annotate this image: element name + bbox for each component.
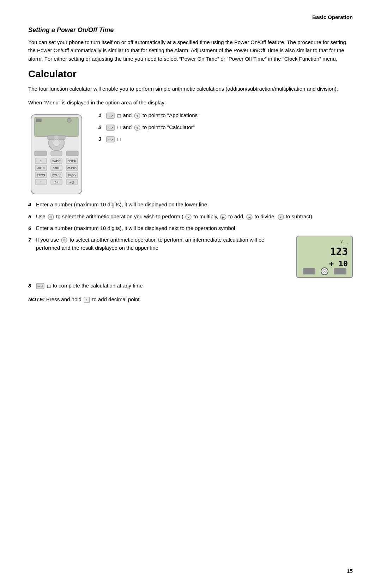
svg-text:▼: ▼ <box>136 115 139 118</box>
circle-left-icon: ◀ <box>246 214 253 220</box>
note-label: NOTE: <box>28 296 45 302</box>
step-1-content: ⁓↗ □ and ▼ to point to "Applications" <box>106 111 353 120</box>
calc-right-softkey <box>334 268 346 274</box>
phone-image: 1 2ABC 3DEF 4GHI 5JKL 6MNO 7PRS 8TUV 9WX… <box>28 113 90 197</box>
svg-point-46 <box>50 216 52 218</box>
navi-circle-icon <box>48 214 54 220</box>
phone-svg: 1 2ABC 3DEF 4GHI 5JKL 6MNO 7PRS 8TUV 9WX… <box>28 113 85 196</box>
calc-center-icon: ✕ <box>322 269 327 273</box>
step-2-content: ⁓↗ □ and ▼ to point to "Calculator" <box>106 123 353 132</box>
step-6-content: Enter a number (maximum 10 digits), it w… <box>36 224 353 232</box>
signal-icon: Y..... <box>301 239 348 245</box>
svg-text:⁓↗: ⁓↗ <box>108 114 114 118</box>
svg-point-5 <box>53 139 60 146</box>
svg-text:6MNO: 6MNO <box>67 166 77 170</box>
step-7-text: If you use to select another arithmetic … <box>36 236 289 252</box>
svg-text:#@: #@ <box>69 181 74 184</box>
circle-down-icon: ▼ <box>278 214 284 220</box>
circle-up-icon: ▲ <box>185 214 192 220</box>
svg-text:0+: 0+ <box>55 181 58 184</box>
nav-icon-1a: ⁓↗ <box>106 113 115 119</box>
svg-text:⁓↗: ⁓↗ <box>37 285 43 288</box>
power-section: Setting a Power On/Off Time You can set … <box>28 26 353 63</box>
steps-4-8: 4 Enter a number (maximum 10 digits), it… <box>28 200 353 290</box>
step-8: 8 ⁓↗ □ to complete the calculation at an… <box>28 281 353 290</box>
svg-rect-10 <box>66 151 78 156</box>
svg-rect-8 <box>35 151 47 156</box>
svg-rect-9 <box>51 151 62 156</box>
svg-text:✕: ✕ <box>323 271 325 273</box>
svg-text:9WXY: 9WXY <box>67 174 77 177</box>
step-5: 5 Use to select the arithmetic operation… <box>28 212 353 220</box>
step-4: 4 Enter a number (maximum 10 digits), it… <box>28 200 353 208</box>
svg-point-3 <box>67 118 71 122</box>
steps-with-phone: 1 2ABC 3DEF 4GHI 5JKL 6MNO 7PRS 8TUV 9WX… <box>28 111 353 197</box>
step-7-content: If you use to select another arithmetic … <box>36 236 353 278</box>
step-2: 2 ⁓↗ □ and ▼ to point to "Calculator" <box>98 123 353 132</box>
page-number: 15 <box>347 568 353 574</box>
section-header: Basic Operation <box>28 14 353 20</box>
svg-text:▶: ▶ <box>222 216 225 219</box>
step-7-layout: If you use to select another arithmetic … <box>36 236 353 278</box>
svg-rect-7 <box>59 135 65 140</box>
when-text: When “Menu” is displayed in the option a… <box>28 98 353 107</box>
calculator-heading: Calculator <box>28 68 353 80</box>
step-6: 6 Enter a number (maximum 10 digits), it… <box>28 224 353 232</box>
key-1-icon: 1 <box>84 297 90 303</box>
svg-point-56 <box>63 239 65 241</box>
svg-text:◀: ◀ <box>248 216 251 219</box>
svg-text:1: 1 <box>40 159 42 163</box>
power-section-title: Setting a Power On/Off Time <box>28 26 353 34</box>
power-section-body: You can set your phone to turn itself on… <box>28 38 353 63</box>
svg-text:▼: ▼ <box>279 216 282 219</box>
svg-rect-2 <box>36 119 42 122</box>
calculator-intro: The four function calculator will enable… <box>28 85 353 93</box>
svg-text:2ABC: 2ABC <box>52 159 61 163</box>
calc-left-softkey <box>303 268 315 274</box>
step-5-content: Use to select the arithmetic operation y… <box>36 212 353 220</box>
nav-icon-3a: ⁓↗ <box>106 136 115 143</box>
step-3-content: ⁓↗ □ <box>106 135 353 143</box>
svg-text:5JKL: 5JKL <box>53 166 60 170</box>
step-3: 3 ⁓↗ □ <box>98 135 353 143</box>
svg-text:*: * <box>40 181 42 184</box>
circle-icon-1: ▼ <box>134 113 140 119</box>
calc-center-button: ✕ <box>321 267 328 275</box>
svg-text:▼: ▼ <box>136 127 139 130</box>
svg-text:7PRS: 7PRS <box>37 174 45 177</box>
calculator-screen: Y..... 123 + 10 ✕ <box>296 236 353 278</box>
calc-bottom-buttons: ✕ <box>297 267 352 275</box>
navi-circle-icon-7 <box>61 237 67 243</box>
step-7: 7 If you use to select another arithmeti… <box>28 236 353 278</box>
nav-icon-2a: ⁓↗ <box>106 125 115 131</box>
nav-icon-8: ⁓↗ <box>36 283 44 289</box>
step-8-content: ⁓↗ □ to complete the calculation at any … <box>36 281 353 290</box>
steps-1-3: 1 ⁓↗ □ and ▼ to point to "Applications" … <box>98 111 353 147</box>
svg-text:⁓↗: ⁓↗ <box>108 138 114 141</box>
circle-right-icon: ▶ <box>220 214 226 220</box>
svg-text:3DEF: 3DEF <box>68 159 76 163</box>
header-section-label: Basic Operation <box>312 14 353 20</box>
circle-icon-2: ▼ <box>134 125 140 131</box>
svg-text:8TUV: 8TUV <box>52 174 60 177</box>
svg-text:▲: ▲ <box>187 216 190 219</box>
svg-rect-6 <box>48 135 54 140</box>
svg-text:1: 1 <box>86 298 88 302</box>
step-1: 1 ⁓↗ □ and ▼ to point to "Applications" <box>98 111 353 120</box>
svg-text:4GHI: 4GHI <box>37 166 44 170</box>
note: NOTE: Press and hold 1 to add decimal po… <box>28 295 353 303</box>
calc-number: 123 <box>301 246 348 258</box>
svg-text:⁓↗: ⁓↗ <box>108 126 114 130</box>
step-4-content: Enter a number (maximum 10 digits), it w… <box>36 200 353 208</box>
